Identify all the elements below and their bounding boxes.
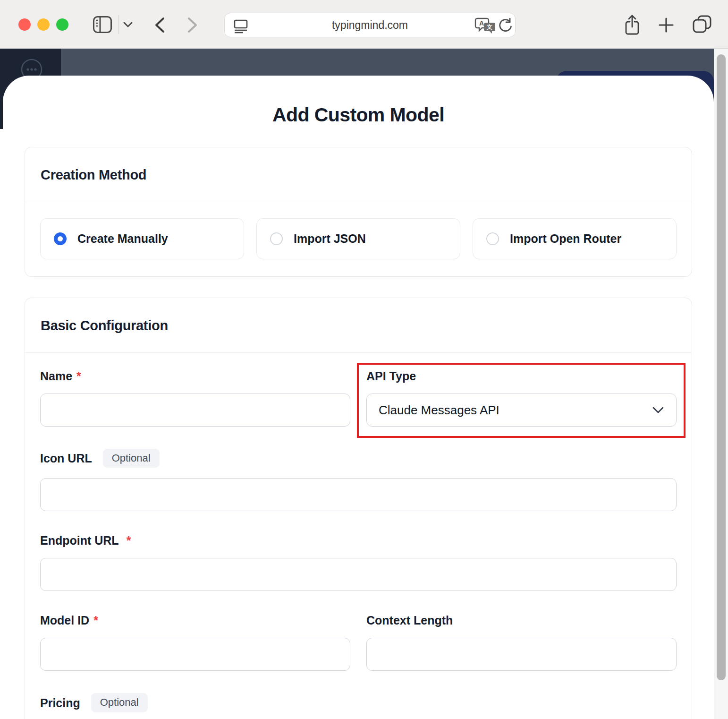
api-type-label: API Type	[366, 369, 677, 383]
svg-text:A: A	[479, 19, 484, 27]
creation-method-body: Create Manually Import JSON Import Open …	[25, 202, 692, 276]
model-id-input[interactable]	[40, 638, 350, 671]
share-icon[interactable]	[623, 14, 641, 36]
icon-url-input[interactable]	[40, 478, 677, 511]
safari-window: typingmind.com A 文	[0, 0, 728, 719]
basic-configuration-title: Basic Configuration	[41, 318, 168, 333]
option-create-manually[interactable]: Create Manually	[40, 218, 244, 259]
row-name-apitype: Name * API Type Claude Messages API	[40, 369, 677, 427]
creation-method-header: Creation Method	[25, 147, 692, 202]
forward-icon[interactable]	[186, 17, 199, 34]
basic-configuration-body: Name * API Type Claude Messages API	[25, 353, 692, 719]
model-id-field-group: Model ID *	[40, 613, 350, 671]
option-label: Create Manually	[77, 232, 168, 246]
endpoint-url-label: Endpoint URL *	[40, 533, 677, 548]
close-window-button[interactable]	[18, 18, 31, 31]
select-chevron-down-icon	[652, 406, 665, 414]
zoom-window-button[interactable]	[56, 18, 68, 31]
row-modelid-contextlength: Model ID * Context Length	[40, 613, 677, 671]
creation-method-title: Creation Method	[41, 167, 146, 182]
name-field-group: Name *	[40, 369, 350, 427]
api-type-selected-value: Claude Messages API	[379, 403, 499, 418]
basic-configuration-card: Basic Configuration Name *	[25, 298, 692, 719]
label-text: Name	[40, 369, 72, 383]
api-type-field-group: API Type Claude Messages API	[366, 369, 677, 427]
creation-method-options: Create Manually Import JSON Import Open …	[40, 218, 677, 259]
creation-method-card: Creation Method Create Manually Import J…	[25, 147, 692, 277]
url-text[interactable]: typingmind.com	[225, 19, 515, 32]
endpoint-url-input[interactable]	[40, 558, 677, 591]
endpoint-url-field-group: Endpoint URL *	[40, 533, 677, 591]
svg-text:文: 文	[486, 24, 492, 30]
label-text: Model ID	[40, 613, 89, 627]
scrollbar-thumb[interactable]	[717, 54, 726, 680]
back-icon[interactable]	[153, 17, 166, 34]
radio-unselected-icon[interactable]	[486, 232, 499, 245]
context-length-label: Context Length	[366, 613, 677, 627]
page-title: Add Custom Model	[25, 104, 692, 126]
browser-toolbar: typingmind.com A 文	[0, 0, 728, 49]
sidebar-toggle-icon[interactable]	[93, 16, 112, 34]
label-text: Pricing	[40, 696, 80, 710]
translate-icon[interactable]: A 文	[474, 17, 496, 35]
show-tabs-icon[interactable]	[692, 14, 712, 34]
reload-icon[interactable]	[498, 18, 513, 33]
scrollbar-track	[714, 49, 728, 719]
required-marker: *	[93, 613, 98, 627]
name-input[interactable]	[40, 394, 350, 427]
radio-selected-icon[interactable]	[54, 232, 67, 245]
option-label: Import Open Router	[510, 232, 621, 246]
required-marker: *	[76, 369, 81, 383]
option-label: Import JSON	[294, 232, 366, 246]
radio-unselected-icon[interactable]	[270, 232, 283, 245]
add-custom-model-modal: Add Custom Model Creation Method Create …	[3, 76, 714, 719]
model-id-label: Model ID *	[40, 613, 350, 627]
basic-configuration-header: Basic Configuration	[25, 298, 692, 353]
row-icon-url: Icon URL Optional	[40, 449, 677, 511]
chevron-down-icon[interactable]	[122, 21, 134, 28]
option-import-json[interactable]: Import JSON	[256, 218, 460, 259]
required-marker: *	[127, 533, 131, 548]
context-length-input[interactable]	[366, 638, 677, 671]
address-bar[interactable]: typingmind.com A 文	[224, 13, 516, 37]
optional-badge: Optional	[91, 693, 148, 712]
pricing-label: Pricing Optional	[40, 693, 677, 712]
pricing-field-group: Pricing Optional	[40, 693, 677, 719]
toolbar-divider	[118, 15, 119, 34]
api-type-select[interactable]: Claude Messages API	[366, 394, 677, 427]
row-endpoint-url: Endpoint URL *	[40, 533, 677, 591]
label-text: Endpoint URL	[40, 533, 119, 548]
label-text: Context Length	[366, 613, 453, 627]
context-length-field-group: Context Length	[366, 613, 677, 671]
option-import-open-router[interactable]: Import Open Router	[473, 218, 677, 259]
optional-badge: Optional	[103, 449, 160, 468]
minimize-window-button[interactable]	[37, 18, 50, 31]
label-text: API Type	[366, 369, 416, 383]
row-pricing: Pricing Optional	[40, 693, 677, 719]
new-tab-icon[interactable]	[658, 17, 675, 34]
label-text: Icon URL	[40, 451, 92, 465]
name-label: Name *	[40, 369, 350, 383]
icon-url-label: Icon URL Optional	[40, 449, 677, 468]
icon-url-field-group: Icon URL Optional	[40, 449, 677, 511]
